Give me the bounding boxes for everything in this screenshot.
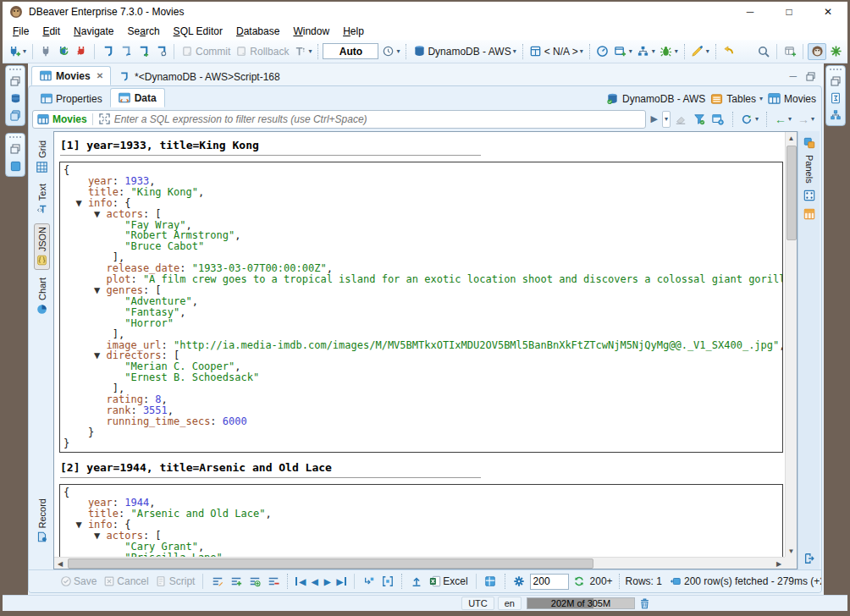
dbeaver-perspective-button[interactable] bbox=[808, 43, 826, 60]
fetch-more-label[interactable]: 200+ bbox=[590, 575, 613, 587]
export-excel-button[interactable]: Excel bbox=[427, 575, 469, 589]
delete-row-button[interactable] bbox=[265, 575, 281, 589]
close-button[interactable]: ✕ bbox=[809, 2, 847, 22]
expander-icon[interactable]: ▼ bbox=[75, 197, 87, 209]
close-tab-icon[interactable]: ✕ bbox=[95, 71, 103, 80]
connect-button[interactable] bbox=[37, 44, 54, 59]
export-resultset-button[interactable] bbox=[408, 575, 424, 589]
database-navigator-icon[interactable] bbox=[8, 91, 22, 105]
search-button[interactable] bbox=[755, 44, 772, 59]
scroll-right-icon[interactable]: ▶ bbox=[773, 558, 785, 569]
er-diagram-button[interactable]: ▾ bbox=[635, 44, 657, 59]
drag-handle[interactable] bbox=[9, 68, 21, 71]
disconnect-button[interactable] bbox=[73, 44, 90, 59]
minimize-editor-icon[interactable]: ─ bbox=[789, 70, 797, 82]
apply-filter-button[interactable]: ▶ bbox=[649, 113, 659, 125]
chevron-down-icon[interactable]: ▾ bbox=[811, 116, 814, 123]
commit-button[interactable]: Commit bbox=[179, 44, 232, 59]
tab-data[interactable]: Data bbox=[110, 88, 165, 107]
chevron-down-icon[interactable]: ▾ bbox=[675, 48, 678, 55]
custom-filter-button[interactable] bbox=[692, 112, 708, 126]
format-button[interactable]: ▾ bbox=[689, 44, 711, 59]
first-row-button[interactable]: ◀ bbox=[294, 576, 307, 587]
recent-sql-button[interactable] bbox=[152, 44, 169, 59]
maximize-button[interactable]: □ bbox=[770, 2, 809, 22]
fetch-size-input[interactable] bbox=[530, 574, 569, 590]
scroll-down-icon[interactable]: ▼ bbox=[786, 545, 798, 557]
save-button[interactable]: Save bbox=[58, 575, 98, 589]
nav-back-button[interactable]: ← ▾ bbox=[773, 112, 793, 127]
fetch-all-rows-button[interactable] bbox=[379, 575, 395, 589]
menu-search[interactable]: Search bbox=[121, 24, 167, 39]
panels-icon[interactable] bbox=[803, 136, 815, 149]
chevron-down-icon[interactable]: ▾ bbox=[706, 48, 709, 55]
chevron-down-icon[interactable]: ▾ bbox=[629, 48, 632, 55]
tab-movies[interactable]: Movies ✕ bbox=[31, 66, 111, 85]
transaction-log-button[interactable]: ▾ bbox=[379, 44, 401, 59]
bookmarks-view-icon[interactable] bbox=[8, 159, 22, 173]
open-sql-script-button[interactable] bbox=[117, 44, 134, 59]
tab-grid[interactable]: Grid bbox=[35, 138, 49, 176]
chevron-down-icon[interactable]: ▾ bbox=[580, 48, 583, 55]
cancel-button[interactable]: Cancel bbox=[101, 575, 150, 589]
expander-icon[interactable]: ▼ bbox=[75, 519, 87, 531]
expander-icon[interactable]: ▼ bbox=[94, 349, 106, 361]
last-row-button[interactable]: ▶ bbox=[335, 576, 349, 587]
duplicate-row-button[interactable] bbox=[246, 575, 262, 589]
resultset-settings-button[interactable] bbox=[511, 575, 527, 589]
menu-database[interactable]: Database bbox=[229, 24, 286, 39]
open-perspective-button[interactable] bbox=[781, 44, 798, 59]
fetch-refresh-button[interactable] bbox=[571, 575, 588, 589]
scroll-up-icon[interactable]: ▲ bbox=[786, 132, 798, 144]
previous-row-button[interactable]: ◀ bbox=[310, 576, 320, 587]
new-sql-script-button[interactable] bbox=[135, 44, 152, 59]
reconnect-button[interactable] bbox=[55, 44, 72, 59]
filter-history-button[interactable]: ▾ bbox=[662, 111, 671, 128]
expander-icon[interactable]: ▼ bbox=[94, 530, 106, 542]
record-mode-toggle[interactable]: Record bbox=[35, 496, 49, 546]
tab-properties[interactable]: Properties bbox=[32, 90, 110, 107]
active-schema-combo[interactable]: < N/A > ▾ bbox=[527, 44, 585, 59]
chevron-down-icon[interactable]: ▾ bbox=[652, 48, 655, 55]
new-window-button[interactable]: ▾ bbox=[612, 44, 634, 59]
restore-view-icon[interactable] bbox=[8, 142, 22, 156]
chevron-down-icon[interactable]: ▾ bbox=[759, 96, 763, 102]
expand-filter-icon[interactable] bbox=[98, 113, 111, 125]
fetch-next-page-button[interactable] bbox=[361, 575, 377, 589]
menu-sql-editor[interactable]: SQL Editor bbox=[167, 24, 229, 39]
tab-json[interactable]: JSON bbox=[34, 223, 50, 270]
expander-icon[interactable]: ▼ bbox=[94, 284, 106, 296]
commit-mode-combo[interactable]: Auto bbox=[323, 43, 378, 59]
settings-perspective-button[interactable] bbox=[827, 44, 844, 59]
debug-button[interactable]: ▾ bbox=[658, 44, 680, 59]
drag-handle[interactable] bbox=[830, 68, 842, 71]
chevron-down-icon[interactable]: ▾ bbox=[23, 48, 26, 55]
tab-text[interactable]: Text bbox=[35, 181, 49, 218]
vertical-scrollbar[interactable]: ▲ ▼ bbox=[785, 132, 797, 557]
menu-file[interactable]: File bbox=[6, 24, 36, 39]
hierarchy-view-icon[interactable] bbox=[829, 108, 842, 122]
rollback-button[interactable]: Rollback bbox=[233, 44, 290, 59]
dashboard-button[interactable] bbox=[594, 44, 611, 59]
restore-view-icon[interactable] bbox=[829, 74, 842, 88]
calc-panel-icon[interactable] bbox=[803, 190, 815, 202]
metadata-panel-icon[interactable] bbox=[803, 208, 815, 221]
drag-handle[interactable] bbox=[9, 135, 21, 139]
scroll-left-icon[interactable]: ◀ bbox=[54, 558, 66, 569]
transaction-mode-button[interactable]: ▾ bbox=[291, 44, 313, 59]
tab-sql-script[interactable]: *<DynamoDB - AWS>Script-168 bbox=[111, 68, 287, 85]
restore-editor-icon[interactable] bbox=[805, 71, 815, 81]
export-panel-icon[interactable] bbox=[803, 552, 815, 564]
breadcrumb-tables[interactable]: Tables ▾ bbox=[710, 92, 763, 105]
filter-input[interactable] bbox=[114, 113, 643, 125]
minimize-button[interactable]: ─ bbox=[731, 2, 770, 22]
memory-indicator[interactable]: 202M of 305M bbox=[527, 597, 635, 609]
chevron-down-icon[interactable]: ▾ bbox=[788, 116, 792, 123]
value-viewer-icon[interactable] bbox=[829, 91, 842, 105]
tab-chart[interactable]: Chart bbox=[35, 275, 49, 318]
horizontal-scrollbar[interactable]: ◀ ▶ bbox=[54, 557, 785, 569]
add-row-button[interactable] bbox=[228, 575, 244, 589]
next-row-button[interactable]: ▶ bbox=[323, 576, 333, 587]
filter-settings-button[interactable] bbox=[710, 112, 726, 126]
breadcrumb-connection[interactable]: DynamoDB - AWS bbox=[606, 92, 705, 105]
